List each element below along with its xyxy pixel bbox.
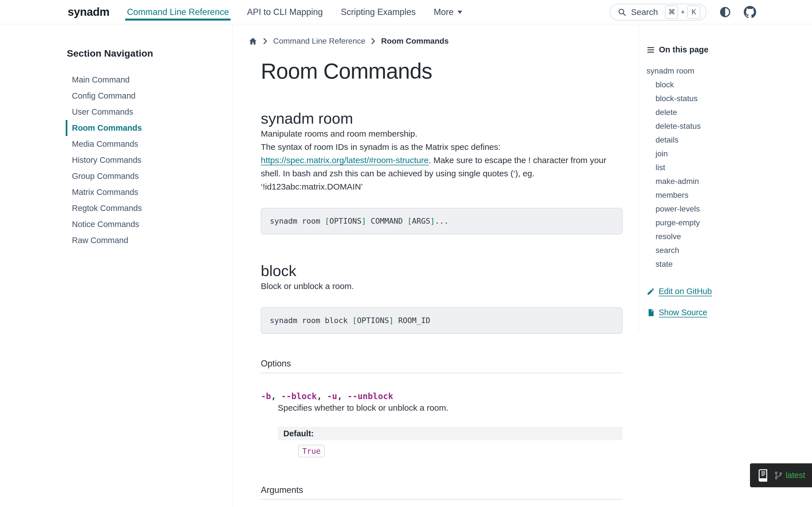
sidebar-item-raw-command[interactable]: Raw Command (66, 232, 221, 248)
room-id-syntax-paragraph: The syntax of room IDs in synadm is as t… (261, 140, 622, 193)
header-actions: Search ⌘ + K (610, 4, 756, 20)
section-navigation-sidebar: Section Navigation Main Command Config C… (0, 24, 233, 507)
matrix-spec-link[interactable]: https://spec.matrix.org/latest/#room-str… (261, 156, 428, 165)
toc-item-delete-status[interactable]: delete-status (647, 119, 806, 133)
block-description: Block or unblock a room. (261, 279, 622, 293)
toc-item-state[interactable]: state (647, 257, 806, 271)
toc-item-join[interactable]: join (647, 147, 806, 161)
breadcrumb: Command Line Reference Room Commands (248, 37, 622, 46)
chevron-down-icon (457, 10, 463, 14)
sidebar-item-user-commands[interactable]: User Commands (66, 104, 221, 120)
sidebar-item-room-commands[interactable]: Room Commands (66, 120, 221, 136)
sidebar-item-config-command[interactable]: Config Command (66, 88, 221, 104)
file-icon (647, 308, 655, 317)
search-label: Search (631, 7, 658, 17)
breadcrumb-current: Room Commands (381, 37, 449, 46)
default-field-label: Default: (278, 427, 622, 440)
search-button[interactable]: Search ⌘ + K (610, 4, 707, 20)
default-value-badge: True (298, 445, 325, 457)
toc-item-search[interactable]: search (647, 243, 806, 257)
git-branch-icon (774, 471, 783, 480)
circle-half-stroke-icon (719, 6, 731, 18)
theme-toggle-button[interactable] (719, 6, 731, 18)
main-content: Command Line Reference Room Commands Roo… (233, 24, 639, 507)
kbd-k: K (688, 5, 700, 19)
option-description: Specifies whether to block or unblock a … (261, 401, 622, 414)
toc-item-make-admin[interactable]: make-admin (647, 174, 806, 188)
readthedocs-book-icon (757, 469, 769, 482)
sidebar-item-media-commands[interactable]: Media Commands (66, 136, 221, 152)
toc-item-members[interactable]: members (647, 188, 806, 202)
breadcrumb-command-line-reference[interactable]: Command Line Reference (273, 37, 365, 46)
tab-scripting-examples[interactable]: Scripting Examples (341, 0, 416, 24)
kbd-cmd: ⌘ (665, 5, 678, 19)
sidebar-item-group-commands[interactable]: Group Commands (66, 168, 221, 184)
toc-list: synadm room block block-status delete de… (647, 64, 806, 271)
toc-item-list[interactable]: list (647, 161, 806, 174)
toc-title: On this page (647, 45, 806, 54)
page-title: Room Commands (261, 59, 622, 83)
toc-item-synadm-room[interactable]: synadm room (647, 64, 806, 78)
options-rubric: Options (261, 358, 622, 373)
github-icon (744, 6, 756, 18)
list-icon (647, 46, 655, 54)
primary-nav: Command Line Reference API to CLI Mappin… (127, 0, 463, 24)
sidebar-nav: Main Command Config Command User Command… (66, 72, 221, 248)
edit-on-github-link[interactable]: Edit on GitHub (647, 287, 806, 296)
sidebar-item-notice-commands[interactable]: Notice Commands (66, 216, 221, 232)
toc-item-resolve[interactable]: resolve (647, 230, 806, 243)
kbd-plus: + (680, 8, 685, 16)
block-usage-codeblock: synadm room block [OPTIONS] ROOM_ID (261, 307, 622, 334)
synadm-room-description: Manipulate rooms and room membership. (261, 127, 622, 140)
top-navbar: synadm Command Line Reference API to CLI… (0, 0, 812, 24)
on-this-page-sidebar: On this page synadm room block block-sta… (639, 24, 812, 507)
breadcrumb-separator-icon (371, 38, 375, 45)
breadcrumb-separator-icon (263, 38, 267, 45)
arguments-rubric: Arguments (261, 485, 622, 500)
toc-item-delete[interactable]: delete (647, 105, 806, 119)
github-link[interactable] (744, 6, 756, 18)
toc-item-block-status[interactable]: block-status (647, 92, 806, 105)
option-signature: -b, --block, -u, --unblock (261, 391, 622, 401)
synadm-room-usage-codeblock: synadm room [OPTIONS] COMMAND [ARGS]... (261, 208, 622, 234)
toc-item-purge-empty[interactable]: purge-empty (647, 216, 806, 230)
readthedocs-flyout[interactable]: latest (750, 463, 812, 487)
toc-item-block[interactable]: block (647, 78, 806, 92)
toc-item-power-levels[interactable]: power-levels (647, 202, 806, 216)
sidebar-item-regtok-commands[interactable]: Regtok Commands (66, 200, 221, 216)
heading-block: block (261, 262, 622, 279)
toc-item-details[interactable]: details (647, 133, 806, 147)
site-logo[interactable]: synadm (68, 6, 109, 18)
tab-more[interactable]: More (434, 0, 463, 24)
pencil-icon (647, 287, 655, 296)
version-label: latest (786, 471, 805, 480)
show-source-link[interactable]: Show Source (647, 308, 806, 317)
sidebar-title: Section Navigation (67, 48, 221, 59)
home-icon[interactable] (248, 37, 257, 46)
sidebar-item-main-command[interactable]: Main Command (66, 72, 221, 88)
sidebar-item-matrix-commands[interactable]: Matrix Commands (66, 184, 221, 200)
paragraph-text: The syntax of room IDs in synadm is as t… (261, 142, 500, 152)
tab-more-label: More (434, 7, 454, 17)
tab-command-line-reference[interactable]: Command Line Reference (127, 0, 229, 24)
sidebar-item-history-commands[interactable]: History Commands (66, 152, 221, 168)
search-shortcut: ⌘ + K (665, 5, 700, 19)
search-icon (617, 8, 626, 17)
tab-api-to-cli-mapping[interactable]: API to CLI Mapping (247, 0, 323, 24)
heading-synadm-room: synadm room (261, 110, 622, 127)
